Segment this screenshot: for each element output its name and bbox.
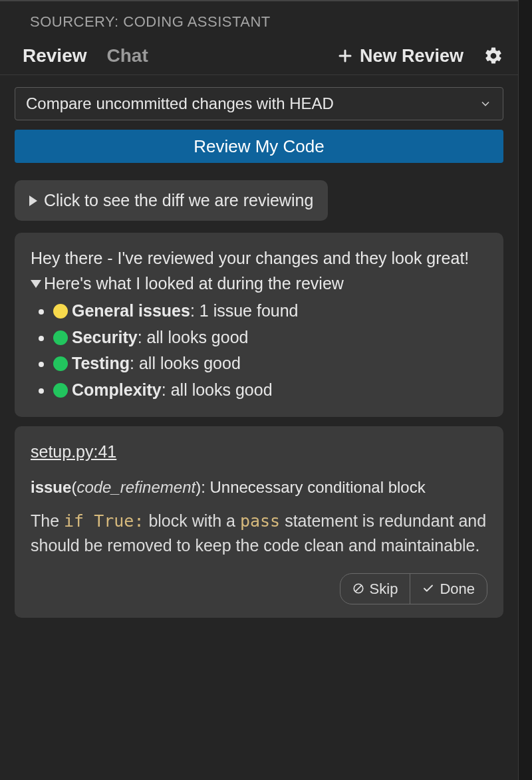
chevron-down-icon [479, 97, 492, 110]
code-snippet: if True: [64, 511, 144, 531]
review-my-code-button[interactable]: Review My Code [15, 130, 503, 163]
compare-dropdown[interactable]: Compare uncommitted changes with HEAD [15, 87, 503, 120]
issue-actions: Skip Done [31, 573, 487, 604]
diff-disclosure[interactable]: Click to see the diff we are reviewing [15, 180, 328, 221]
panel-title: SOURCERY: CODING ASSISTANT [0, 1, 518, 40]
issue-title: Unnecessary conditional block [209, 478, 425, 496]
review-summary-card: Hey there - I've reviewed your changes a… [15, 233, 503, 417]
issue-file-link[interactable]: setup.py:41 [31, 440, 116, 465]
tabs-row: Review Chat New Review [0, 40, 518, 75]
issue-category: code_refinement [76, 478, 196, 496]
list-item: General issues: 1 issue found [53, 299, 487, 324]
issue-card: setup.py:41 issue(code_refinement): Unne… [15, 426, 503, 618]
summary-item-value: all looks good [147, 328, 249, 346]
status-dot-icon [53, 330, 68, 345]
status-dot-icon [53, 383, 68, 398]
prohibit-icon [352, 583, 364, 594]
summary-item-label: Testing [72, 354, 130, 372]
issue-body-text: block with a [144, 511, 240, 530]
compare-dropdown-value: Compare uncommitted changes with HEAD [26, 94, 334, 113]
summary-expand-row[interactable]: Here's what I looked at during the revie… [31, 271, 487, 297]
check-icon [422, 583, 434, 594]
skip-button[interactable]: Skip [340, 574, 410, 604]
list-item: Security: all looks good [53, 325, 487, 350]
settings-button[interactable] [483, 46, 503, 66]
issue-body: The if True: block with a pass statement… [31, 509, 487, 559]
summary-item-label: Security [72, 328, 138, 346]
tab-review[interactable]: Review [23, 45, 87, 66]
tab-chat[interactable]: Chat [107, 45, 148, 66]
skip-label: Skip [370, 578, 398, 600]
issue-kind: issue [31, 478, 71, 496]
issue-heading: issue(code_refinement): Unnecessary cond… [31, 475, 487, 499]
diff-disclosure-label: Click to see the diff we are reviewing [44, 191, 313, 210]
list-item: Testing: all looks good [53, 351, 487, 376]
code-snippet: pass [240, 511, 280, 531]
status-dot-icon [53, 356, 68, 371]
list-item: Complexity: all looks good [53, 378, 487, 403]
summary-item-label: Complexity [72, 380, 162, 399]
summary-item-label: General issues [72, 301, 190, 320]
summary-expand-label: Here's what I looked at during the revie… [44, 274, 344, 293]
summary-item-value: all looks good [139, 354, 241, 372]
summary-item-value: 1 issue found [200, 301, 299, 320]
plus-icon [337, 48, 353, 64]
issue-body-text: The [31, 511, 64, 530]
gear-icon [483, 46, 503, 66]
svg-line-3 [355, 585, 362, 592]
summary-item-value: all looks good [171, 380, 273, 399]
done-button[interactable]: Done [410, 574, 487, 604]
summary-intro: Hey there - I've reviewed your changes a… [31, 246, 487, 271]
status-dot-icon [53, 304, 68, 319]
summary-list: General issues: 1 issue found Security: … [31, 299, 487, 402]
done-label: Done [440, 578, 475, 600]
new-review-button[interactable]: New Review [337, 46, 464, 66]
triangle-down-icon [31, 274, 44, 293]
new-review-label: New Review [360, 46, 464, 66]
triangle-right-icon [29, 191, 37, 210]
